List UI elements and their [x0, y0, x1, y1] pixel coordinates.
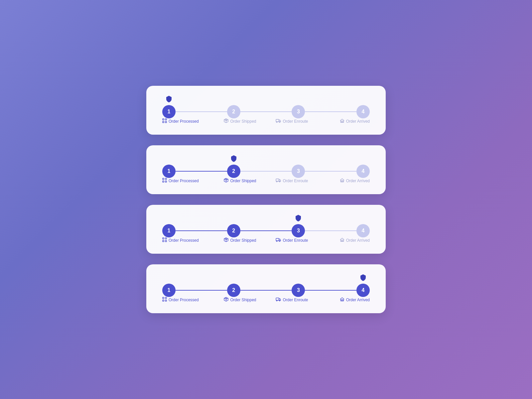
- step-label-1-2: Order Shipped: [214, 118, 266, 124]
- step-node-4-3: 3: [292, 284, 305, 297]
- step-label-text-1-2: Order Shipped: [230, 119, 256, 124]
- step-labels-3: Order Processed Order Shipped Order Enro…: [162, 237, 370, 243]
- svg-rect-9: [165, 178, 167, 180]
- step-label-text-1-1: Order Processed: [169, 119, 199, 124]
- svg-rect-31: [341, 300, 343, 301]
- step-label-icon-4-4: [340, 297, 344, 303]
- card-stepper-2: 1 234 Order Processed Order Shipped: [146, 145, 386, 194]
- svg-point-29: [276, 300, 277, 301]
- svg-rect-7: [341, 121, 343, 122]
- main-container: 1234 Order Processed Order Shipped Order…: [146, 86, 386, 313]
- step-label-icon-3-4: [340, 237, 344, 243]
- svg-rect-3: [165, 121, 167, 123]
- step-label-text-3-3: Order Enroute: [283, 238, 308, 243]
- card-stepper-3: 12 34 Order Processed Order Shipped: [146, 205, 386, 254]
- step-label-icon-2-2: [224, 178, 228, 184]
- step-label-text-4-1: Order Processed: [169, 298, 199, 302]
- svg-rect-8: [163, 178, 164, 180]
- step-label-icon-1-2: [224, 118, 228, 124]
- step-label-icon-3-2: [224, 237, 228, 243]
- step-track-2: 1 234: [162, 155, 370, 178]
- step-node-3-2: 2: [227, 224, 240, 237]
- step-label-text-2-1: Order Processed: [169, 179, 199, 183]
- step-circle-4-4: 4: [356, 284, 370, 297]
- svg-rect-27: [165, 300, 167, 301]
- step-circle-1-3: 3: [292, 105, 305, 118]
- step-node-4-2: 2: [227, 284, 240, 297]
- step-label-text-4-4: Order Arrived: [346, 298, 370, 302]
- step-circle-2-4: 4: [356, 165, 370, 178]
- svg-point-30: [279, 300, 280, 301]
- step-label-2-2: Order Shipped: [214, 178, 266, 184]
- svg-rect-19: [165, 240, 167, 242]
- step-labels-4: Order Processed Order Shipped Order Enro…: [162, 297, 370, 303]
- shield-indicator-icon: [296, 215, 301, 222]
- step-line-1-1: [176, 111, 227, 112]
- shield-indicator-icon: [360, 274, 366, 282]
- step-line-1-3: [305, 111, 356, 112]
- step-label-1-1: Order Processed: [162, 118, 214, 124]
- step-label-text-1-4: Order Arrived: [346, 119, 370, 124]
- svg-point-13: [276, 181, 277, 182]
- step-circle-1-4: 4: [356, 105, 370, 118]
- step-label-icon-1-3: [276, 119, 281, 124]
- svg-rect-23: [341, 240, 343, 241]
- step-circle-4-1: 1: [162, 284, 176, 297]
- step-label-icon-1-1: [162, 118, 167, 124]
- svg-rect-15: [341, 181, 343, 182]
- step-track-4: 123 4: [162, 274, 370, 297]
- svg-rect-25: [165, 297, 167, 299]
- svg-rect-2: [163, 121, 164, 123]
- svg-rect-16: [163, 238, 164, 239]
- svg-rect-4: [276, 119, 279, 122]
- step-node-4-1: 1: [162, 284, 176, 297]
- step-node-2-1: 1: [162, 165, 176, 178]
- step-label-text-3-2: Order Shipped: [230, 238, 256, 243]
- svg-point-5: [276, 121, 277, 122]
- step-label-icon-2-1: [162, 178, 167, 184]
- step-label-2-3: Order Enroute: [266, 178, 318, 184]
- step-label-1-3: Order Enroute: [266, 119, 318, 124]
- step-line-2-1: [176, 171, 227, 172]
- step-label-icon-3-1: [162, 237, 167, 243]
- card-stepper-1: 1234 Order Processed Order Shipped Order…: [146, 86, 386, 135]
- svg-point-22: [279, 240, 280, 241]
- step-label-icon-2-4: [340, 178, 344, 184]
- step-node-1-2: 2: [227, 105, 240, 118]
- step-label-2-1: Order Processed: [162, 178, 214, 184]
- step-line-4-2: [240, 290, 292, 291]
- step-line-3-1: [176, 230, 227, 231]
- step-circle-2-2: 2: [227, 165, 240, 178]
- step-line-2-2: [240, 171, 292, 172]
- step-label-2-4: Order Arrived: [318, 178, 370, 184]
- step-circle-4-3: 3: [292, 284, 305, 297]
- step-track-1: 1234: [162, 95, 370, 118]
- step-circle-3-1: 1: [162, 224, 176, 237]
- step-node-1-1: 1: [162, 105, 176, 118]
- step-label-3-2: Order Shipped: [214, 237, 266, 243]
- svg-rect-28: [276, 298, 279, 300]
- svg-rect-12: [276, 179, 279, 181]
- step-node-3-1: 1: [162, 224, 176, 237]
- step-label-text-2-3: Order Enroute: [283, 179, 308, 183]
- svg-rect-0: [163, 119, 164, 120]
- step-label-text-3-1: Order Processed: [169, 238, 199, 243]
- step-label-icon-3-3: [276, 238, 281, 243]
- step-node-2-3: 3: [292, 165, 305, 178]
- step-line-1-2: [240, 111, 292, 112]
- step-labels-2: Order Processed Order Shipped Order Enro…: [162, 178, 370, 184]
- shield-indicator-icon: [231, 155, 236, 163]
- step-label-text-4-3: Order Enroute: [283, 298, 308, 302]
- step-label-icon-4-2: [224, 297, 228, 303]
- svg-rect-17: [165, 238, 167, 239]
- svg-rect-11: [165, 181, 167, 182]
- step-label-4-1: Order Processed: [162, 297, 214, 303]
- step-label-text-3-4: Order Arrived: [346, 238, 370, 243]
- svg-point-6: [279, 121, 280, 122]
- step-label-4-2: Order Shipped: [214, 297, 266, 303]
- step-label-3-1: Order Processed: [162, 237, 214, 243]
- step-label-icon-4-3: [276, 297, 281, 303]
- step-track-3: 12 34: [162, 214, 370, 237]
- step-line-2-3: [305, 171, 356, 172]
- svg-rect-24: [163, 297, 164, 299]
